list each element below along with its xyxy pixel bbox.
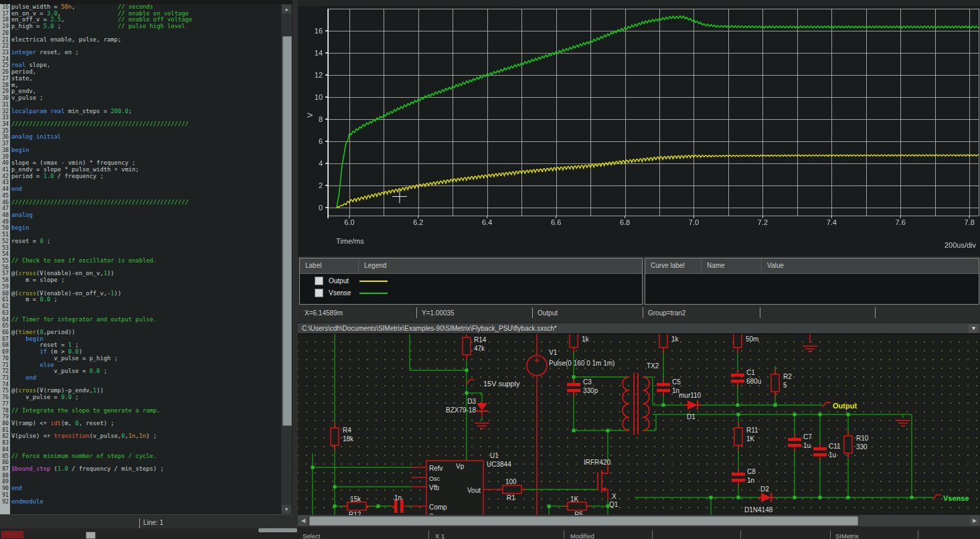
code-line[interactable]: // Force minimum number of steps / cycle… <box>11 453 280 460</box>
schematic-label: C3 <box>583 378 592 386</box>
code-line[interactable]: // Check to see if oscillator is enabled… <box>11 258 280 264</box>
schematic-label: Osc <box>429 475 440 482</box>
code-line[interactable]: @(timer(0,period)) <box>11 329 280 336</box>
graph-status-bar: X=6.14589m Y=1.00035 Output Group=tran2 <box>298 305 980 322</box>
schematic-label: 1k <box>582 335 590 343</box>
code-line[interactable]: V(pulse) <+ transition(v_pulse,0,1n,1n) … <box>11 433 280 440</box>
code-line[interactable]: end <box>11 485 280 492</box>
schematic-label: 330p <box>583 387 598 394</box>
code-line[interactable]: V(ramp) <+ idt(m, 0, reset) ; <box>11 420 280 427</box>
schematic-label: 1K <box>570 495 579 503</box>
code-line[interactable]: end <box>11 375 280 382</box>
code-line[interactable]: period = 1.0 / frequency ; <box>11 173 280 180</box>
curve-visibility-checkbox[interactable] <box>315 277 323 285</box>
schematic-label: C11 <box>829 443 841 450</box>
taskbar-fragment-icon <box>1 531 23 538</box>
schematic-scrollbar-thumb[interactable] <box>309 516 858 526</box>
scroll-right-icon[interactable]: ▶ <box>970 516 979 526</box>
code-line[interactable]: reset = 0 ; <box>11 238 280 245</box>
schematic-label: Vp <box>456 463 465 470</box>
schematic-label: TX2 <box>647 362 659 370</box>
legend-panel: Label Legend OutputVsense Curve label Na… <box>298 256 980 305</box>
curve-name: Output <box>329 277 359 285</box>
code-line[interactable] <box>11 179 280 186</box>
code-line[interactable]: m, <box>11 82 280 89</box>
code-line[interactable]: analog initial <box>11 134 280 141</box>
schematic-label: R11 <box>746 427 758 434</box>
schematic-label: 18k <box>343 435 354 443</box>
curve-color-sample <box>359 293 388 294</box>
code-line[interactable] <box>11 206 280 212</box>
code-line[interactable] <box>11 492 280 499</box>
legend-table[interactable]: Label Legend OutputVsense <box>299 258 643 305</box>
code-editor-panel[interactable]: 1617181920212223242526272829303132333435… <box>0 0 293 533</box>
status-separator <box>875 307 876 318</box>
schematic-label: 1k <box>671 335 679 343</box>
code-line[interactable]: endmodule <box>11 499 280 506</box>
schematic-label: mur110 <box>679 392 702 399</box>
scroll-left-icon[interactable]: ◀ <box>299 516 308 526</box>
cursor-x-readout: X=6.14589m <box>305 309 343 317</box>
code-line[interactable]: electrical enable, pulse, ramp; <box>11 37 280 44</box>
code-line[interactable]: localparam real min_steps = 200.0; <box>11 108 280 115</box>
code-line[interactable]: period, <box>11 69 280 76</box>
code-line[interactable]: // Integrate the slope to generate a ram… <box>11 408 280 414</box>
schematic-label: Vout <box>467 487 481 494</box>
schematic-label: 330 <box>856 443 868 451</box>
code-line[interactable] <box>11 56 280 63</box>
code-line[interactable]: v_pulse = 0.0 ; <box>11 394 280 401</box>
editor-scrollbar-thumb[interactable] <box>282 36 292 426</box>
code-line[interactable]: p_endv, <box>11 88 280 95</box>
schematic-label: Pulse(0 160 0 1m 1m) <box>549 360 615 367</box>
waveform-plot[interactable] <box>298 0 980 256</box>
schematic-label: 1n <box>747 477 754 484</box>
code-line[interactable]: begin <box>11 147 280 154</box>
code-line[interactable]: ////////////////////////////////////////… <box>11 200 280 206</box>
code-line[interactable]: state, <box>11 76 280 82</box>
legend-table-header: Label Legend <box>300 258 642 274</box>
group-indicator: Group=tran2 <box>648 309 685 317</box>
code-line[interactable] <box>11 141 280 147</box>
code-line[interactable]: $bound_step (1.0 / frequency / min_steps… <box>11 466 280 473</box>
code-line[interactable]: end <box>11 186 280 193</box>
code-line[interactable]: m = 0.0 ; <box>11 297 280 303</box>
code-line[interactable] <box>11 440 280 447</box>
code-line[interactable]: ////////////////////////////////////////… <box>11 121 280 128</box>
schematic-label: 100 <box>505 478 517 485</box>
panel-splitter[interactable] <box>293 0 298 539</box>
legend-row[interactable]: Vsense <box>300 288 642 298</box>
code-line[interactable] <box>11 219 280 226</box>
code-line[interactable]: integer reset, en ; <box>11 50 280 56</box>
status-separator <box>652 530 653 538</box>
code-line[interactable] <box>11 232 280 238</box>
legend-row[interactable]: Output <box>300 276 642 286</box>
editor-vertical-scrollbar[interactable]: ▲ ▼ <box>281 4 292 514</box>
status-separator <box>428 530 429 538</box>
schematic-horizontal-scrollbar[interactable]: ◀ ▶ <box>298 515 980 526</box>
code-line[interactable]: real slope, <box>11 62 280 69</box>
scroll-down-icon[interactable]: ▼ <box>282 505 291 514</box>
code-line[interactable] <box>11 245 280 252</box>
col-name: Name <box>702 258 762 273</box>
code-area[interactable]: pulse_width = 50n, // secondsen_on_v = 3… <box>11 4 280 514</box>
scroll-up-icon[interactable]: ▲ <box>282 5 291 13</box>
schematic-label: C1 <box>746 369 755 376</box>
code-line[interactable] <box>11 473 280 479</box>
curve-visibility-checkbox[interactable] <box>315 289 323 297</box>
chevron-down-icon[interactable]: ▼ <box>969 324 979 333</box>
code-line[interactable]: // Timer for integrator and output pulse… <box>11 317 280 323</box>
code-line[interactable]: begin <box>11 225 280 232</box>
code-line[interactable]: m = slope ; <box>11 277 280 284</box>
code-line[interactable] <box>11 303 280 310</box>
curve-table[interactable]: Curve label Name Value <box>645 258 979 305</box>
code-line[interactable]: analog <box>11 212 280 219</box>
code-line[interactable]: v_pulse ; <box>11 95 280 102</box>
schematic-label: R4 <box>343 427 351 434</box>
schematic-label: 50m <box>746 335 758 343</box>
schematic-canvas[interactable]: R1447kR418kR25R111KR103301k1k50mC3330pC5… <box>298 333 980 516</box>
code-line[interactable]: p_high = 5.0 ; // pulse high level <box>11 23 280 30</box>
line-indicator: Line: 1 <box>143 519 163 526</box>
code-line[interactable]: v_pulse = 0.0 ; <box>11 368 280 375</box>
net-label: 15V supply <box>483 380 520 388</box>
code-line[interactable] <box>11 479 280 485</box>
